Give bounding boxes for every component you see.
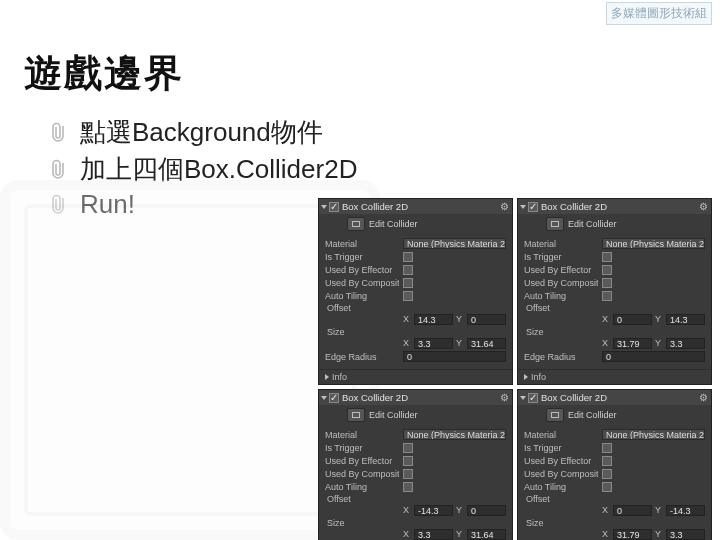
list-item: 點選Background物件 [48,115,357,150]
is-trigger-label: Is Trigger [524,252,598,262]
material-field[interactable]: None (Physics Materia 2 [403,429,506,440]
y-label: Y [456,314,464,325]
material-label: Material [524,239,598,249]
auto-tiling-checkbox[interactable] [602,482,612,492]
material-label: Material [325,430,399,440]
is-trigger-checkbox[interactable] [602,252,612,262]
info-foldout[interactable]: Info [319,369,512,384]
offset-x-field[interactable]: 14.3 [414,314,453,325]
edit-collider-button[interactable] [347,408,365,422]
size-x-field[interactable]: 3.3 [414,529,453,540]
material-field[interactable]: None (Physics Materia 2 [602,238,705,249]
enable-checkbox[interactable] [528,393,538,403]
info-label: Info [332,372,347,382]
used-by-composite-checkbox[interactable] [403,278,413,288]
is-trigger-label: Is Trigger [325,252,399,262]
enable-checkbox[interactable] [329,202,339,212]
used-by-effector-label: Used By Effector [325,265,399,275]
x-label: X [602,338,610,349]
offset-x-field[interactable]: 0 [613,314,652,325]
component-header[interactable]: Box Collider 2D ⚙ [518,390,711,405]
edge-radius-label: Edge Radius [325,352,399,362]
offset-label: Offset [325,494,506,504]
gear-icon[interactable]: ⚙ [500,201,509,212]
size-x-field[interactable]: 31.79 [613,529,652,540]
edit-collider-button[interactable] [546,408,564,422]
used-by-effector-label: Used By Effector [325,456,399,466]
offset-label: Offset [524,494,705,504]
auto-tiling-checkbox[interactable] [403,291,413,301]
used-by-effector-checkbox[interactable] [403,265,413,275]
x-label: X [403,529,411,540]
component-header[interactable]: Box Collider 2D ⚙ [319,199,512,214]
offset-label: Offset [524,303,705,313]
x-label: X [602,529,610,540]
foldout-icon[interactable] [321,396,327,400]
edit-collider-label: Edit Collider [568,219,617,229]
edit-collider-label: Edit Collider [369,410,418,420]
is-trigger-checkbox[interactable] [403,443,413,453]
used-by-composite-checkbox[interactable] [403,469,413,479]
x-label: X [403,314,411,325]
edit-collider-label: Edit Collider [568,410,617,420]
component-header[interactable]: Box Collider 2D ⚙ [518,199,711,214]
y-label: Y [655,529,663,540]
used-by-effector-checkbox[interactable] [602,265,612,275]
foldout-icon[interactable] [321,205,327,209]
used-by-composite-label: Used By Composite [325,469,399,479]
auto-tiling-label: Auto Tiling [325,291,399,301]
component-title: Box Collider 2D [541,392,696,403]
enable-checkbox[interactable] [528,202,538,212]
size-x-field[interactable]: 31.79 [613,338,652,349]
offset-y-field[interactable]: 0 [467,314,506,325]
y-label: Y [655,505,663,516]
edit-collider-label: Edit Collider [369,219,418,229]
size-y-field[interactable]: 3.3 [666,529,705,540]
enable-checkbox[interactable] [329,393,339,403]
x-label: X [403,505,411,516]
auto-tiling-checkbox[interactable] [602,291,612,301]
component-header[interactable]: Box Collider 2D ⚙ [319,390,512,405]
edit-collider-button[interactable] [546,217,564,231]
edit-collider-button[interactable] [347,217,365,231]
offset-y-field[interactable]: 14.3 [666,314,705,325]
paperclip-icon [48,119,70,147]
used-by-effector-checkbox[interactable] [403,456,413,466]
offset-x-field[interactable]: -14.3 [414,505,453,516]
offset-y-field[interactable]: 0 [467,505,506,516]
y-label: Y [655,338,663,349]
auto-tiling-checkbox[interactable] [403,482,413,492]
gear-icon[interactable]: ⚙ [500,392,509,403]
edge-radius-label: Edge Radius [524,352,598,362]
gear-icon[interactable]: ⚙ [699,201,708,212]
size-y-field[interactable]: 31.64 [467,529,506,540]
page-title: 遊戲邊界 [24,48,184,99]
size-label: Size [524,518,705,528]
offset-y-field[interactable]: -14.3 [666,505,705,516]
foldout-icon[interactable] [520,205,526,209]
size-y-field[interactable]: 3.3 [666,338,705,349]
material-field[interactable]: None (Physics Materia 2 [602,429,705,440]
size-x-field[interactable]: 3.3 [414,338,453,349]
size-y-field[interactable]: 31.64 [467,338,506,349]
x-label: X [403,338,411,349]
used-by-composite-checkbox[interactable] [602,469,612,479]
auto-tiling-label: Auto Tiling [325,482,399,492]
is-trigger-checkbox[interactable] [602,443,612,453]
corner-badge: 多媒體圖形技術組 [606,2,712,25]
is-trigger-checkbox[interactable] [403,252,413,262]
offset-x-field[interactable]: 0 [613,505,652,516]
edge-radius-field[interactable]: 0 [602,351,705,362]
inspector-panels: Box Collider 2D ⚙ Edit Collider Material… [318,198,712,540]
x-label: X [602,314,610,325]
used-by-composite-label: Used By Composite [325,278,399,288]
foldout-icon[interactable] [520,396,526,400]
used-by-effector-checkbox[interactable] [602,456,612,466]
used-by-composite-checkbox[interactable] [602,278,612,288]
edge-radius-field[interactable]: 0 [403,351,506,362]
x-label: X [602,505,610,516]
info-foldout[interactable]: Info [518,369,711,384]
gear-icon[interactable]: ⚙ [699,392,708,403]
y-label: Y [456,529,464,540]
material-field[interactable]: None (Physics Materia 2 [403,238,506,249]
